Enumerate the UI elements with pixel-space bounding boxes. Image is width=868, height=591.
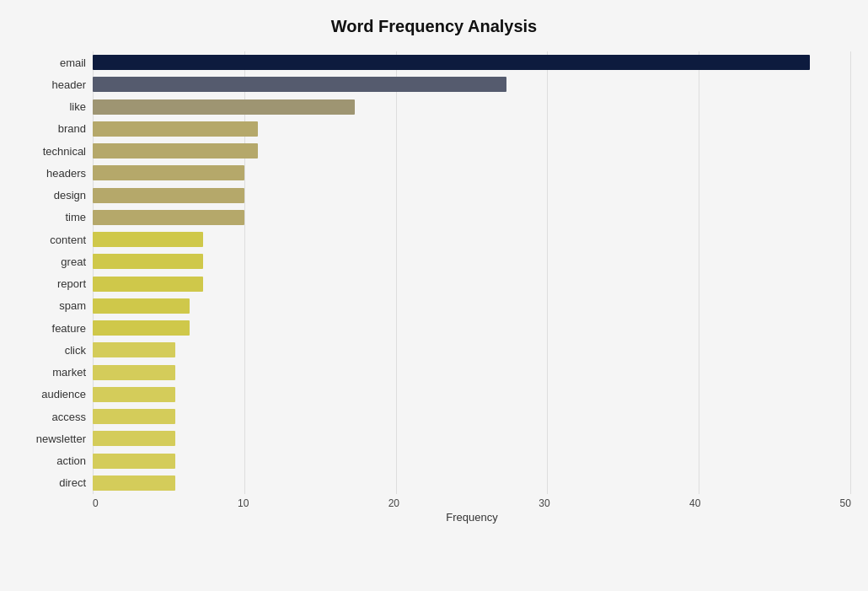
bar-row — [93, 141, 851, 161]
bar-row — [93, 163, 851, 183]
bar-row — [93, 428, 851, 449]
bar-row — [93, 318, 851, 338]
bars-wrapper — [93, 51, 851, 494]
chart-area: emailheaderlikebrandtechnicalheadersdesi… — [17, 51, 851, 524]
bar-row — [93, 296, 851, 316]
bar-row — [93, 185, 851, 206]
y-label: headers — [46, 163, 86, 183]
x-axis-label: Frequency — [93, 511, 851, 524]
y-label: newsletter — [36, 428, 86, 449]
x-tick: 50 — [840, 497, 851, 509]
bar-row — [93, 52, 851, 73]
chart-container: Word Frequency Analysis emailheaderlikeb… — [0, 0, 868, 591]
bar-row — [93, 274, 851, 294]
bars-section: 01020304050 Frequency — [93, 51, 851, 524]
bar-row — [93, 363, 851, 383]
y-label: design — [54, 185, 86, 206]
bar-row — [93, 340, 851, 360]
y-axis: emailheaderlikebrandtechnicalheadersdesi… — [17, 51, 93, 524]
y-label: email — [60, 52, 86, 73]
x-tick: 20 — [388, 497, 399, 509]
y-label: market — [52, 363, 86, 383]
x-tick: 10 — [238, 497, 249, 509]
bar-row — [93, 473, 851, 493]
bar — [93, 165, 244, 180]
y-label: click — [65, 340, 86, 360]
bar — [93, 454, 175, 469]
y-label: like — [69, 97, 86, 117]
bar-row — [93, 119, 851, 139]
y-label: header — [52, 74, 86, 94]
y-label: action — [56, 451, 86, 471]
x-tick: 30 — [538, 497, 549, 509]
bar-row — [93, 451, 851, 471]
bar-row — [93, 229, 851, 250]
y-label: spam — [59, 296, 86, 316]
x-tick: 0 — [93, 497, 99, 509]
bar — [93, 121, 258, 137]
bar — [93, 55, 810, 70]
bar — [93, 232, 203, 247]
bar — [93, 409, 175, 424]
bar-row — [93, 74, 851, 94]
bar — [93, 475, 175, 491]
chart-title: Word Frequency Analysis — [17, 17, 851, 36]
plot-area: 01020304050 Frequency — [93, 51, 851, 524]
bar-row — [93, 384, 851, 405]
y-label: great — [61, 251, 86, 271]
bar-row — [93, 406, 851, 427]
bar-row — [93, 97, 851, 117]
x-tick: 40 — [689, 497, 700, 509]
bar-row — [93, 207, 851, 228]
y-label: feature — [52, 318, 86, 338]
x-ticks: 01020304050 — [93, 494, 851, 509]
y-label: brand — [58, 119, 86, 139]
bar — [93, 143, 258, 158]
y-label: audience — [41, 384, 86, 405]
bar — [93, 188, 244, 203]
bar — [93, 77, 506, 92]
y-label: technical — [43, 141, 86, 161]
bar — [93, 210, 244, 225]
bar — [93, 365, 175, 380]
y-label: content — [50, 229, 86, 250]
bar — [93, 277, 203, 292]
bar — [93, 387, 175, 402]
bar — [93, 254, 203, 269]
y-label: access — [52, 406, 86, 427]
y-label: time — [65, 207, 86, 228]
bar — [93, 431, 175, 446]
y-label: direct — [59, 473, 86, 493]
bar-row — [93, 251, 851, 271]
bar — [93, 298, 190, 314]
bar — [93, 320, 190, 336]
bar — [93, 99, 355, 115]
x-axis: 01020304050 Frequency — [93, 494, 851, 524]
bar — [93, 342, 175, 357]
y-label: report — [57, 274, 86, 294]
